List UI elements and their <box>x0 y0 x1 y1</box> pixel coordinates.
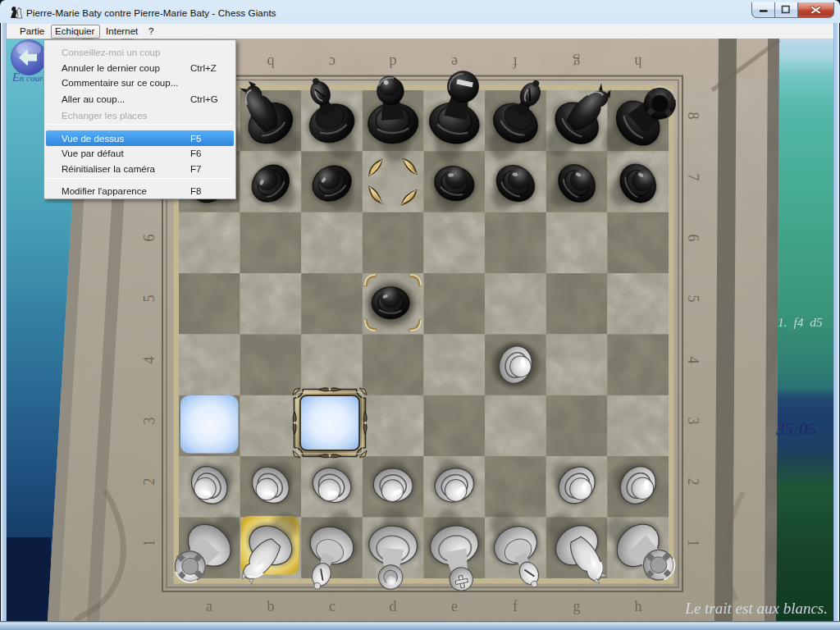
svg-text:f: f <box>513 54 518 71</box>
svg-text:1: 1 <box>685 540 701 547</box>
svg-text:5: 5 <box>685 295 701 303</box>
svg-text:d: d <box>390 54 397 71</box>
svg-text:2: 2 <box>685 478 701 486</box>
svg-text:5: 5 <box>141 295 158 303</box>
svg-text:g: g <box>573 54 581 71</box>
svg-text:h: h <box>635 598 642 614</box>
svg-text:6: 6 <box>141 235 158 242</box>
svg-text:3: 3 <box>141 418 158 425</box>
svg-text:a: a <box>206 598 212 614</box>
svg-text:4: 4 <box>141 357 158 364</box>
svg-text:4: 4 <box>685 357 701 364</box>
svg-text:6: 6 <box>685 235 701 242</box>
svg-text:3: 3 <box>685 418 701 425</box>
svg-text:b: b <box>267 54 275 71</box>
svg-text:f: f <box>513 598 518 614</box>
svg-text:e: e <box>451 598 458 614</box>
svg-text:c: c <box>329 54 336 71</box>
svg-text:d: d <box>390 598 397 614</box>
svg-text:1. f4 d5: 1. f4 d5 <box>778 315 823 329</box>
svg-text:c: c <box>329 598 336 614</box>
svg-text:1: 1 <box>141 540 158 547</box>
svg-text:8: 8 <box>685 112 701 120</box>
svg-text:h: h <box>635 54 642 71</box>
svg-text:2: 2 <box>141 478 158 486</box>
svg-text:35:05: 35:05 <box>775 419 816 439</box>
svg-text:g: g <box>573 598 581 614</box>
svg-text:e: e <box>451 54 458 71</box>
svg-text:7: 7 <box>685 174 701 181</box>
svg-text:b: b <box>267 598 275 614</box>
svg-text:Le trait est aux blancs.: Le trait est aux blancs. <box>684 600 828 617</box>
